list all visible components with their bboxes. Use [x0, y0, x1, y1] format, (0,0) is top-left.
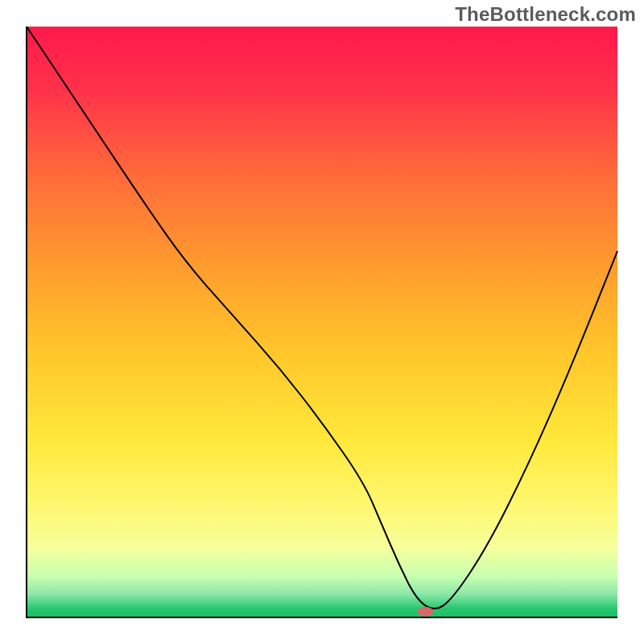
plot-background [27, 27, 617, 617]
bottleneck-chart [0, 0, 644, 644]
chart-container: TheBottleneck.com [0, 0, 644, 644]
watermark-text: TheBottleneck.com [455, 3, 636, 26]
optimal-marker [417, 607, 433, 617]
